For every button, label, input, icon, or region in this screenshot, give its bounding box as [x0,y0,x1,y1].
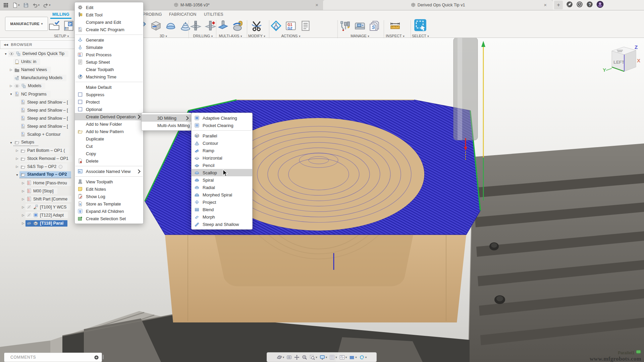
document-tab-active[interactable]: Derived Ops Quick Tip v1 × [323,0,553,10]
look-at-button[interactable] [286,355,292,360]
ribbon-group-label[interactable]: SETUP ▾ [54,34,69,38]
avatar[interactable] [596,1,604,9]
menu-item-delete[interactable]: Delete [75,157,143,165]
collapse-arrow-icon[interactable]: ▾ [15,173,19,177]
ribbon-group-label[interactable]: SELECT ▾ [412,34,429,38]
comments-resize-handle[interactable] [103,355,104,359]
menu-item-associate-named-view[interactable]: Associate Named View [75,168,143,175]
collapse-arrow-icon[interactable]: ▾ [3,52,8,56]
menu-item-pencil[interactable]: Pencil [192,162,252,169]
menu-item-store-as-template[interactable]: SStore as Template [75,200,143,207]
close-tab-icon[interactable]: × [315,3,319,7]
menu-item-parallel[interactable]: Parallel [192,132,252,139]
orbit-button[interactable]: ▾ [276,355,285,360]
menu-item-create-nc-program[interactable]: GCreate NC Program [75,26,143,33]
expand-arrow-icon[interactable]: ▷ [21,205,25,209]
pan-button[interactable] [294,355,300,360]
menu-item-generate[interactable]: Generate [75,36,143,44]
job-status-icon[interactable] [576,1,583,9]
expand-arrow-icon[interactable]: ▷ [21,222,25,225]
menu-item-optional[interactable]: Optional [75,106,143,113]
menu-item-morphed-spiral[interactable]: Morphed Spiral [192,191,252,198]
menu-item-morph[interactable]: Morph [192,213,252,221]
workspace-selector[interactable]: MANUFACTURE ▾ [5,17,48,31]
contour-button[interactable] [180,20,191,33]
menu-item-duplicate[interactable]: Duplicate [75,135,143,142]
file-button[interactable]: ▾ [11,2,21,9]
menu-item-horizontal[interactable]: Horizontal [192,154,252,162]
menu-item-post-process[interactable]: G1G2Post Process [75,51,143,58]
ribbon-group-label[interactable]: MULTI-AXIS ▾ [219,34,242,38]
ribbon-tab-utilities[interactable]: UTILITIES [202,11,225,17]
menu-item-view-toolpath[interactable]: View Toolpath [75,178,143,185]
menu-item-blend[interactable]: Blend [192,206,252,213]
ribbon-group-label[interactable]: ACTIONS ▾ [281,34,301,38]
menu-item-radial[interactable]: Radial [192,184,252,191]
ribbon-tab-fabrication[interactable]: FABRICATION [167,11,198,17]
setup-sheet-g-button[interactable]: G [63,20,74,33]
toolpath-display-button[interactable]: ▾ [349,355,357,360]
expand-arrow-icon[interactable]: ▷ [21,189,25,193]
app-grid-button[interactable] [2,2,10,9]
save-button[interactable] [22,2,30,9]
expand-arrow-icon[interactable]: ▷ [9,84,13,87]
menu-item-adaptive-clearing[interactable]: Adaptive Clearing [192,114,252,122]
menu-item-create-selection-set[interactable]: Create Selection Set [75,215,143,222]
drill-plus-button[interactable] [205,20,216,33]
close-tab-icon[interactable]: × [543,3,547,7]
measure-button[interactable] [389,20,401,33]
expand-arrow-icon[interactable]: ▷ [9,68,13,71]
zoom-window-button[interactable]: ▾ [309,355,318,360]
ribbon-group-label[interactable]: 3D ▾ [160,34,167,38]
menu-item-machining-time[interactable]: Machining Time [75,73,143,80]
menu-item-simulate[interactable]: Simulate [75,44,143,51]
view-cube[interactable]: LEFT Z X Y [602,43,642,80]
menu-item-create-derived-operation[interactable]: Create Derived Operation [75,113,143,120]
menu-item-project[interactable]: Project [192,198,252,206]
comments-bar[interactable]: COMMENTS [4,353,102,362]
extensions-icon[interactable] [566,1,573,9]
trim-scissors-button[interactable] [251,20,262,33]
tool-library-button[interactable] [339,20,351,33]
menu-item-pocket-clearing[interactable]: Pocket Clearing [192,122,252,129]
menu-item-show-log[interactable]: Show Log [75,193,143,200]
menu-item-multi-axis-milling[interactable]: Multi-Axis Milling [142,122,192,129]
drill-button[interactable] [190,20,201,33]
menu-item-expand-all-children[interactable]: Expand All Children [75,207,143,215]
menu-item-protect[interactable]: Protect [75,98,143,106]
menu-item-edit-tool[interactable]: Edit Tool [75,11,143,18]
simulate-action-button[interactable] [270,20,282,33]
menu-item-suppress[interactable]: Suppress [75,91,143,98]
menu-item-setup-sheet[interactable]: Setup Sheet [75,58,143,66]
swarf-button[interactable] [217,20,229,33]
menu-item-3d-milling[interactable]: 3D Milling [142,114,192,122]
menu-item-steep-and-shallow[interactable]: Steep and Shallow [192,221,252,228]
new-tab-button[interactable]: + [554,1,563,9]
expand-arrow-icon[interactable]: ▷ [15,149,19,152]
ribbon-group-label[interactable]: MANAGE ▾ [351,34,369,38]
parallel-button[interactable] [150,20,162,33]
menu-item-make-default[interactable]: Make Default [75,83,143,91]
templates-button[interactable]: S [369,20,380,33]
display-settings-button[interactable]: ▾ [319,355,328,360]
help-icon[interactable]: ? [586,1,593,9]
menu-item-add-to-new-folder[interactable]: Add to New Folder [75,120,143,128]
menu-item-edit[interactable]: Edit [75,4,143,11]
redo-button[interactable]: ▾ [42,2,52,9]
menu-item-edit-notes[interactable]: Edit Notes [75,185,143,193]
menu-item-contour[interactable]: Contour [192,139,252,147]
setup-sheet-button[interactable] [300,20,311,33]
menu-item-spiral[interactable]: Spiral [192,176,252,184]
menu-item-add-to-new-pattern[interactable]: Add to New Pattern [75,128,143,135]
collapse-arrow-icon[interactable]: ▾ [9,141,13,144]
expand-arrow-icon[interactable]: ▷ [21,197,25,201]
expand-arrow-icon[interactable]: ▷ [21,214,25,217]
machine-button[interactable] [354,20,366,33]
ribbon-tab-milling[interactable]: MILLING [50,11,71,19]
expand-arrow-icon[interactable]: ▷ [15,157,19,160]
collapse-panel-icon[interactable]: ◀◀ [4,43,8,46]
refresh-button[interactable]: ▾ [359,355,367,360]
scallop-button[interactable] [165,20,176,33]
menu-item-scallop[interactable]: Scallop [192,169,252,176]
grid-settings-button[interactable]: ▾ [329,355,337,360]
